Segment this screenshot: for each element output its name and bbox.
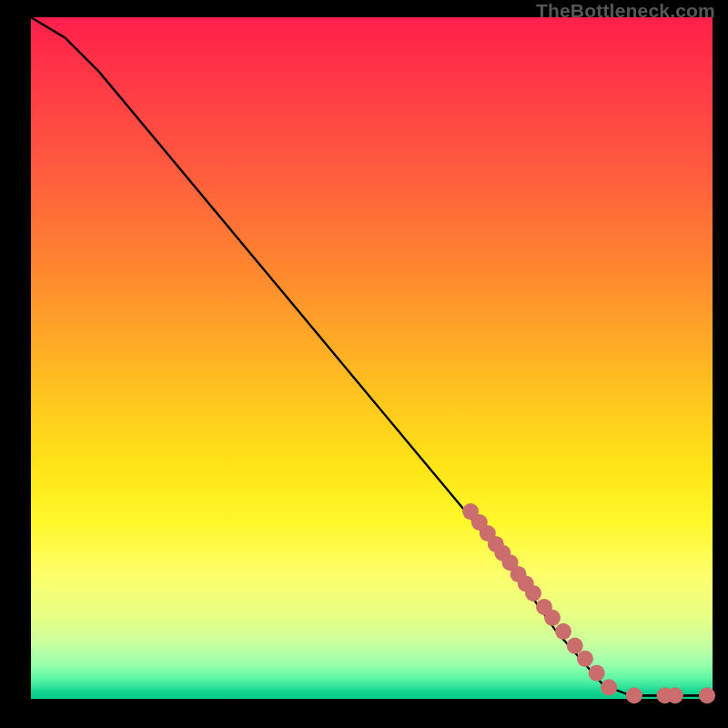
attribution-text: TheBottleneck.com xyxy=(536,0,715,22)
chart-points xyxy=(462,503,715,703)
chart-point xyxy=(699,687,715,703)
chart-point xyxy=(544,610,561,626)
chart-point xyxy=(589,665,605,682)
chart-point xyxy=(667,687,683,703)
chart-point xyxy=(525,585,541,602)
chart-point xyxy=(577,651,593,667)
chart-point xyxy=(567,638,583,654)
chart-overlay xyxy=(31,17,713,699)
chart-point xyxy=(626,687,642,703)
chart-point xyxy=(601,679,617,695)
chart-stage: TheBottleneck.com xyxy=(0,0,728,728)
chart-point xyxy=(555,623,571,640)
chart-curve xyxy=(31,17,713,695)
